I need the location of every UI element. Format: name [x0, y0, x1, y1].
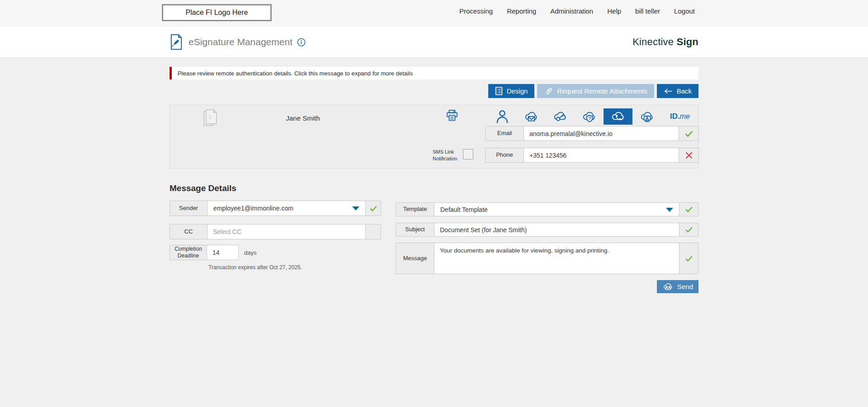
sms-link-notification-label: SMS Link Notification	[433, 149, 457, 163]
dropdown-arrow-icon	[666, 208, 673, 212]
expiry-note: Transaction expires after Oct 27, 2025.	[208, 264, 381, 271]
email-field-group: Email	[485, 126, 699, 141]
recipient-card: 1 Jane Smith	[170, 105, 698, 168]
nav-help[interactable]: Help	[607, 7, 621, 15]
cc-status-cell	[366, 225, 381, 239]
message-field-group: Message Your documents are available for…	[396, 243, 698, 274]
message-textarea[interactable]: Your documents are available for viewing…	[434, 243, 679, 274]
sender-label: Sender	[170, 201, 207, 215]
message-label: Message	[396, 243, 434, 274]
dropdown-arrow-icon	[352, 206, 359, 211]
subject-label: Subject	[396, 223, 434, 236]
design-button[interactable]: Design	[488, 84, 535, 98]
template-dropdown[interactable]: Default Template	[434, 203, 679, 216]
nav-administration[interactable]: Administration	[550, 7, 593, 15]
page-header: x eSignature Management Kinective Sign	[0, 27, 868, 58]
auth-idme-icon[interactable]: ID.me	[661, 108, 698, 125]
sender-valid-check-icon	[366, 201, 381, 215]
completion-deadline-group: Completion Deadline	[170, 245, 239, 260]
nav-user[interactable]: bill teller	[635, 7, 660, 15]
esignature-document-icon: x	[170, 34, 183, 50]
design-button-label: Design	[507, 87, 528, 95]
top-bar: Place FI Logo Here Processing Reporting …	[0, 0, 868, 27]
document-stack-icon: 1	[202, 108, 219, 128]
cc-field-group: CC	[170, 224, 381, 239]
auth-in-person-icon[interactable]	[488, 108, 517, 125]
sender-dropdown[interactable]: employee1@immonline.com	[207, 201, 366, 215]
completion-deadline-label: Completion Deadline	[170, 245, 207, 260]
back-arrow-icon	[664, 88, 673, 95]
subject-field-group: Subject	[396, 223, 698, 237]
template-field-group: Template Default Template	[396, 202, 698, 216]
nav-processing[interactable]: Processing	[459, 7, 493, 15]
email-valid-check-icon	[679, 126, 698, 140]
fi-logo-text: Place FI Logo Here	[186, 9, 248, 17]
authentication-methods: ? ID	[488, 108, 698, 125]
message-details-heading: Message Details	[170, 183, 698, 193]
template-label: Template	[396, 203, 434, 216]
sender-field-group: Sender employee1@immonline.com	[170, 201, 381, 216]
deadline-unit-label: days	[244, 249, 256, 256]
auth-remote-security-question-icon[interactable]: ?	[575, 108, 604, 125]
request-button-label: Request Remote Attachments	[557, 87, 647, 95]
back-button-label: Back	[677, 87, 692, 95]
paperclip-icon	[544, 87, 553, 96]
main-nav: Processing Reporting Administration Help…	[459, 0, 695, 22]
sms-notification-checkbox[interactable]	[463, 149, 473, 159]
send-cloud-mail-icon	[662, 282, 674, 291]
back-button[interactable]: Back	[657, 84, 698, 98]
phone-label: Phone	[486, 148, 524, 162]
email-input[interactable]	[524, 126, 679, 140]
auth-remote-password-icon[interactable]	[546, 108, 575, 125]
svg-text:1: 1	[208, 114, 211, 120]
send-button-label: Send	[677, 283, 693, 290]
auth-remote-video-icon[interactable]	[632, 108, 661, 125]
nav-reporting[interactable]: Reporting	[507, 7, 536, 15]
cc-input[interactable]	[208, 225, 365, 239]
template-valid-check-icon	[679, 203, 698, 216]
send-button[interactable]: Send	[657, 280, 698, 293]
design-document-icon	[495, 87, 503, 95]
recipient-name: Jane Smith	[267, 114, 339, 122]
phone-input[interactable]	[524, 148, 679, 162]
deadline-days-input[interactable]	[207, 245, 238, 260]
fi-logo-placeholder: Place FI Logo Here	[162, 4, 272, 21]
auth-remote-phone-icon-selected[interactable]	[604, 108, 632, 125]
auth-remote-email-icon[interactable]	[517, 108, 546, 125]
kinective-sign-logo: Kinective Sign	[632, 36, 698, 48]
remote-auth-alert[interactable]: Please review remote authentication deta…	[170, 67, 698, 80]
alert-text: Please review remote authentication deta…	[178, 70, 413, 77]
email-label: Email	[486, 126, 524, 140]
message-valid-check-icon	[679, 243, 698, 274]
cc-label: CC	[170, 225, 207, 239]
nav-logout[interactable]: Logout	[674, 7, 695, 15]
info-icon[interactable]	[297, 38, 306, 47]
svg-text:?: ?	[589, 116, 591, 121]
subject-valid-check-icon	[679, 223, 698, 236]
phone-invalid-x-icon	[679, 148, 698, 162]
printer-icon[interactable]	[446, 109, 458, 122]
request-remote-attachments-button[interactable]: Request Remote Attachments	[537, 84, 654, 98]
phone-field-group: Phone	[485, 148, 699, 163]
subject-input[interactable]	[434, 223, 679, 236]
page-title: eSignature Management	[189, 37, 292, 47]
